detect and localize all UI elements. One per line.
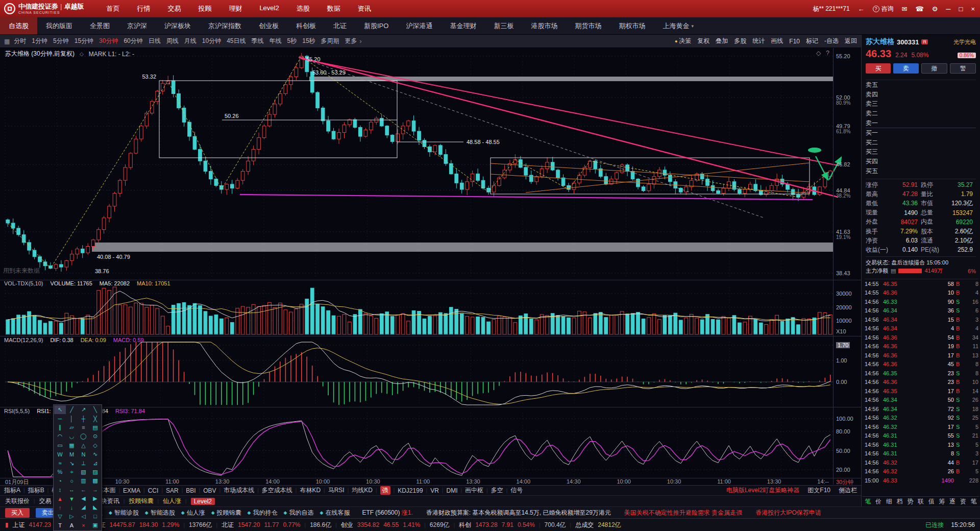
indicator-tab-OBV[interactable]: OBV [203,487,216,494]
news-item-4[interactable]: 香港投行大IPO保荐申请 [755,509,821,517]
buy-button[interactable]: 买 [866,63,891,74]
nav-tab-京沪深指数[interactable]: 京沪深指数 [200,17,250,34]
indicator-tab-CCI[interactable]: CCI [148,487,159,494]
up-triangle-mark[interactable]: ▲ [54,494,66,503]
menu-Level2[interactable]: Level2 [258,3,280,14]
user-account[interactable]: 杨** 221***71 [813,5,850,13]
nav-tab-沪深港通[interactable]: 沪深港通 [397,17,441,34]
shade-left-tool[interactable]: ▧ [78,468,89,476]
nav-tab-全景图[interactable]: 全景图 [81,17,118,34]
gear-icon[interactable]: ⚙ [932,5,938,13]
period-60分钟[interactable]: 60分钟 [124,37,142,44]
period-5秒[interactable]: 5秒 [287,37,297,44]
close-button[interactable]: × [971,5,975,13]
hollow-down-triangle-mark[interactable]: ▽ [54,512,66,521]
indicator-tab-马RSI[interactable]: 马RSI [328,486,345,495]
nav-tab-期货市场[interactable]: 期货市场 [566,17,610,34]
quadrant-tool[interactable]: ◔ [54,476,66,485]
indicator-tab-EXMA[interactable]: EXMA [123,487,140,494]
indicator-tab-BBI[interactable]: BBI [186,487,195,494]
period-1分钟[interactable]: 1分钟 [32,37,47,44]
mail-icon[interactable]: ✉ [902,5,908,13]
corner-mark[interactable]: ◢ [78,503,89,512]
vertical-range-tool[interactable]: ↕ [54,486,66,494]
menu-数据[interactable]: 数据 [326,3,341,14]
indicator-tab-VR[interactable]: VR [430,487,439,494]
menu-行情[interactable]: 行情 [136,3,151,14]
golden-section-tool[interactable]: ÷ [66,468,78,476]
price-chart[interactable]: 53.3255.2053.60 - 53.2950.2648.58 - 48.5… [0,48,861,485]
news-item-2[interactable]: 香港财政预算案: 基本免税额调高至14.5万, 已婚免税额增至29万港元 [426,509,611,517]
rsi-indicator-name[interactable]: RSI(5,5,5) [4,408,30,414]
menu-首页[interactable]: 首页 [105,3,120,14]
period-5分钟[interactable]: 5分钟 [53,37,69,44]
panel-tab-笔-10[interactable]: 笔 [971,497,977,506]
nav-tab-沪深板块[interactable]: 沪深板块 [156,17,200,34]
label-tool[interactable]: A [66,521,78,529]
period-月线[interactable]: 月线 [184,37,197,44]
news-item-1[interactable]: ETF (560500) 涨1. [362,509,412,517]
indicator-tab-强[interactable]: 强 [380,486,390,495]
circle-tool[interactable]: ◯ [78,432,89,441]
price-band-tool[interactable]: ▤ [89,423,101,432]
period-10分钟[interactable]: 10分钟 [202,37,221,44]
gann-fan-tool[interactable]: ⊿ [89,458,101,467]
menu-投顾[interactable]: 投顾 [197,3,212,14]
period-15秒[interactable]: 15秒 [302,37,315,44]
tick-list[interactable]: 14:5546.3558B814:5546.3610B414:5646.3390… [865,279,978,485]
column-box-tool[interactable]: ▥ [78,476,89,485]
nav-tab-港股市场[interactable]: 港股市场 [522,17,566,34]
cross-line-tool[interactable]: ┼ [78,414,89,423]
shortcut-仙人涨[interactable]: ◆仙人涨 [181,509,205,517]
book-row-卖五[interactable]: 卖五 [866,80,976,90]
ray-tool[interactable]: ↗ [78,405,89,414]
hollow-square-mark[interactable]: □ [89,512,101,521]
panel-tab-价-1[interactable]: 价 [875,497,881,506]
stock-name[interactable]: 苏大维格 [866,37,894,46]
shortcut-投顾锦囊[interactable]: ◆投顾锦囊 [211,509,241,517]
macd-indicator-name[interactable]: MACD(12,26,9) [4,337,43,343]
indicator-tab-画中枢[interactable]: 画中枢 [465,486,483,495]
period-30分钟[interactable]: 30分钟 [99,37,118,44]
period-chip[interactable]: 30分钟 [836,478,853,486]
rectangle-tool[interactable]: ▭ [54,441,66,450]
grid-box-tool[interactable]: ▦ [66,441,78,450]
delete-tool[interactable]: × [78,521,89,529]
period-年线[interactable]: 年线 [270,37,282,44]
sector-label[interactable]: 光学光电 [953,38,976,46]
tool-叠加[interactable]: 叠加 [716,37,728,45]
vol-indicator-name[interactable]: VOL-TDX(5,10) [4,280,43,286]
shortcut-我的自选[interactable]: ◆我的自选 [284,509,314,517]
link-图文F10[interactable]: 图文F10 [807,486,830,495]
horizontal-range-tool[interactable]: ↔ [66,486,78,494]
hatch-box-tool[interactable]: ▩ [89,476,101,485]
shade-right-tool[interactable]: ▨ [89,468,101,476]
period-更多[interactable]: 更多 [345,37,357,44]
tool-F10[interactable]: F10 [789,38,800,45]
book-row-卖四[interactable]: 卖四 [866,90,976,100]
book-row-买一[interactable]: 买一 [866,128,976,138]
quick-tab-交易[interactable]: 交易 [39,497,52,505]
period-季线[interactable]: 季线 [252,37,264,44]
indicator-tab-市场成本线[interactable]: 市场成本线 [224,486,254,495]
panel-tab-资-9[interactable]: 资 [960,497,966,506]
lower-arc-tool[interactable]: ◡ [66,432,78,441]
nav-tab-创业板[interactable]: 创业板 [250,17,287,34]
wave-tool[interactable]: ∿ [89,450,101,458]
small-circle-tool[interactable]: ○ [66,476,78,485]
perpendicular-tool[interactable]: ⊥ [78,458,89,467]
sell-button[interactable]: 卖 [893,63,918,74]
period-15分钟[interactable]: 15分钟 [75,37,93,44]
n-wave-tool[interactable]: N [78,450,89,458]
tool-统计[interactable]: 统计 [752,37,765,45]
link-侧边栏[interactable]: 侧边栏 [839,486,857,495]
help-icon[interactable]: ? [826,50,829,57]
panel-tab-势-4[interactable]: 势 [907,497,913,506]
tool-多股[interactable]: 多股 [734,37,746,45]
period-多周期[interactable]: 多周期 [321,37,339,44]
menu-选股[interactable]: 选股 [296,3,311,14]
panel-tab-细-2[interactable]: 细 [886,497,892,506]
consult-button[interactable]: ? 咨询 [873,5,894,13]
x-cross-tool[interactable]: ╳ [89,414,101,423]
filled-square-mark[interactable]: ▣ [89,521,101,529]
